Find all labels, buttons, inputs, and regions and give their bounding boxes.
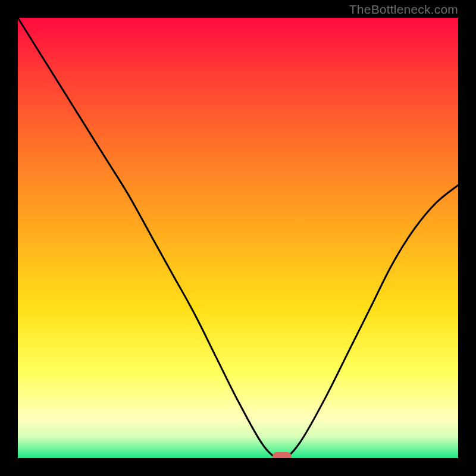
chart-frame: TheBottleneck.com bbox=[0, 0, 476, 476]
minimum-marker bbox=[273, 452, 292, 458]
watermark-text: TheBottleneck.com bbox=[349, 2, 458, 17]
plot-area bbox=[18, 18, 458, 458]
bottleneck-curve bbox=[18, 18, 458, 458]
